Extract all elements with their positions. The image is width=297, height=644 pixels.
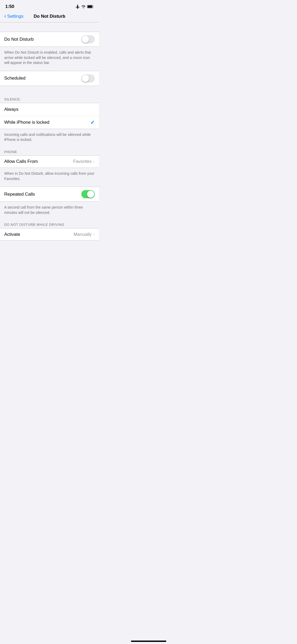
repeated-calls-label: Repeated Calls	[4, 192, 35, 197]
do-not-disturb-description: When Do Not Disturb is enabled, calls an…	[0, 47, 99, 71]
svg-rect-1	[88, 6, 92, 8]
scheduled-toggle-knob	[82, 75, 89, 82]
toggle-knob	[82, 36, 89, 43]
activate-value: Manually	[74, 232, 92, 237]
allow-calls-row[interactable]: Allow Calls From Favorites ›	[0, 156, 99, 168]
repeated-calls-row: Repeated Calls	[0, 187, 99, 201]
silence-group: Always ✓ While iPhone is locked ✓	[0, 103, 99, 129]
silence-section-header: SILENCE:	[0, 95, 99, 103]
repeated-calls-toggle-knob	[87, 191, 94, 198]
activate-group: Activate Manually ›	[0, 228, 99, 241]
scheduled-toggle[interactable]	[81, 74, 95, 82]
while-locked-label: While iPhone is locked	[4, 120, 49, 125]
spacer-2	[0, 86, 99, 95]
airplane-icon	[76, 4, 80, 9]
phone-section-header: PHONE	[0, 148, 99, 155]
repeated-calls-group: Repeated Calls	[0, 187, 99, 202]
do-not-disturb-toggle[interactable]	[81, 35, 95, 43]
allow-calls-label: Allow Calls From	[4, 159, 38, 164]
activate-row[interactable]: Activate Manually ›	[0, 228, 99, 240]
status-icons	[76, 4, 94, 9]
wifi-icon	[81, 5, 86, 8]
always-row[interactable]: Always ✓	[0, 103, 99, 116]
do-not-disturb-row: Do Not Disturb	[0, 32, 99, 47]
do-not-disturb-group: Do Not Disturb	[0, 32, 99, 47]
while-locked-checkmark: ✓	[90, 119, 95, 126]
battery-icon	[87, 5, 94, 8]
activate-chevron-icon: ›	[93, 232, 95, 237]
back-button[interactable]: ‹ Settings	[4, 14, 23, 19]
scheduled-group: Scheduled	[0, 71, 99, 86]
allow-calls-description: When in Do Not Disturb, allow incoming c…	[0, 168, 99, 187]
allow-calls-group: Allow Calls From Favorites ›	[0, 155, 99, 168]
allow-calls-value-group: Favorites ›	[73, 159, 95, 164]
status-bar: 1:50	[0, 0, 99, 12]
activate-value-group: Manually ›	[74, 232, 95, 237]
activate-label: Activate	[4, 232, 20, 237]
driving-section-header: DO NOT DISTURB WHILE DRIVING	[0, 220, 99, 228]
scheduled-label: Scheduled	[4, 76, 25, 81]
while-locked-row[interactable]: While iPhone is locked ✓	[0, 116, 99, 129]
repeated-calls-toggle[interactable]	[81, 190, 95, 198]
do-not-disturb-label: Do Not Disturb	[4, 37, 34, 42]
scheduled-row: Scheduled	[0, 71, 99, 86]
always-label: Always	[4, 107, 18, 112]
allow-calls-chevron-icon: ›	[93, 159, 95, 164]
status-time: 1:50	[5, 4, 14, 9]
bottom-spacer	[0, 241, 99, 256]
silence-description: Incoming calls and notifications will be…	[0, 129, 99, 148]
nav-bar: ‹ Settings Do Not Disturb	[0, 12, 99, 22]
allow-calls-value: Favorites	[73, 159, 92, 164]
repeated-calls-description: A second call from the same person withi…	[0, 202, 99, 220]
back-label: Settings	[7, 14, 23, 19]
back-chevron-icon: ‹	[4, 13, 6, 19]
spacer-1	[0, 22, 99, 32]
page-title: Do Not Disturb	[34, 14, 65, 19]
